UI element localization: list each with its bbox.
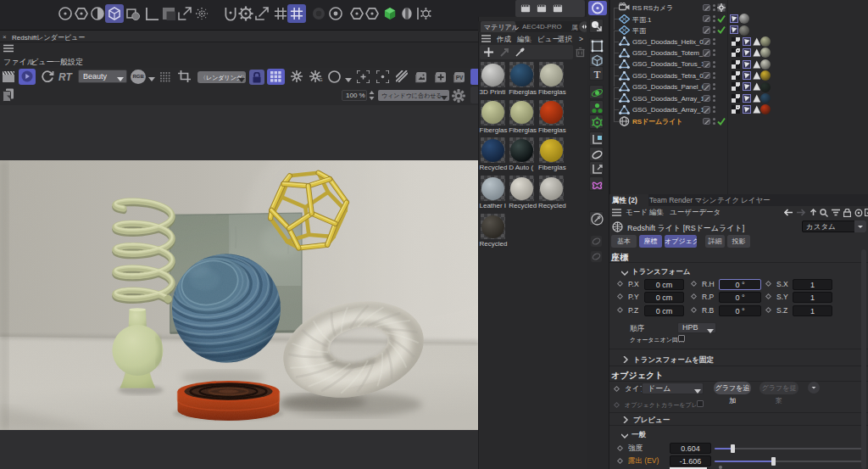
svg-text:PV: PV — [456, 75, 464, 81]
svg-text:T: T — [593, 68, 600, 81]
